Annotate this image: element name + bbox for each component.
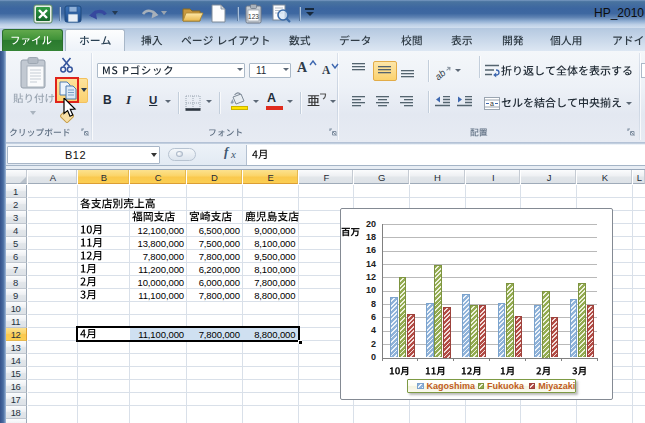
svg-text:123: 123 bbox=[248, 13, 259, 20]
svg-text:ab: ab bbox=[434, 67, 448, 82]
svg-text:a: a bbox=[490, 100, 494, 107]
